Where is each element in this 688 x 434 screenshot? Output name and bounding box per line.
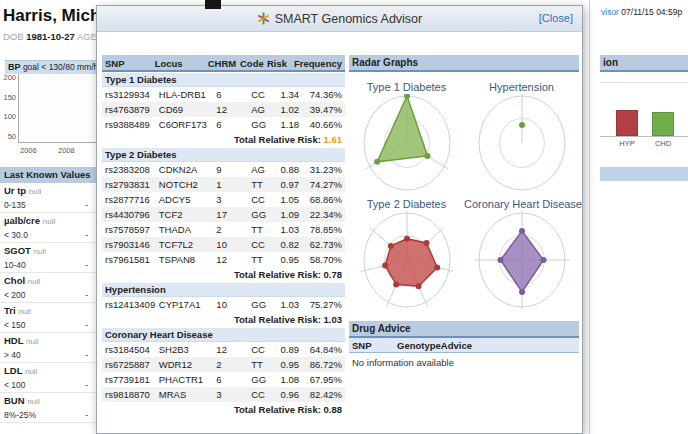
lkv-item: Tri null< 150- bbox=[0, 303, 96, 333]
lkv-name: SGOT bbox=[4, 245, 31, 256]
cell-snp: rs7903146 bbox=[102, 237, 159, 252]
gridline bbox=[600, 82, 688, 83]
age-label: AGE bbox=[77, 31, 97, 42]
cell-chrm: 6 bbox=[216, 372, 251, 387]
cell-snp: rs3129934 bbox=[102, 87, 159, 102]
cell-snp: rs7739181 bbox=[102, 372, 159, 387]
radar-graphs-header: Radar Graphs bbox=[349, 55, 579, 72]
cell-chrm: 12 bbox=[216, 102, 251, 117]
cell-chrm: 2 bbox=[216, 357, 251, 372]
disease-section-header: Type 2 Diabetes bbox=[102, 148, 345, 162]
cell-snp: rs7961581 bbox=[102, 252, 159, 267]
cell-risk: 0.96 bbox=[281, 387, 310, 402]
cell-locus: C6ORF173 bbox=[159, 117, 217, 132]
cell-freq: 58.70% bbox=[310, 252, 345, 267]
col-code: Code bbox=[240, 55, 267, 70]
cell-locus: HLA-DRB1 bbox=[159, 87, 217, 102]
drug-advice-empty-text: No information available bbox=[349, 353, 579, 368]
cell-locus: THADA bbox=[159, 222, 217, 237]
cell-snp: rs6725887 bbox=[102, 357, 159, 372]
timestamp: 07/11/15 04:59p bbox=[621, 7, 682, 17]
lkv-name: HDL bbox=[4, 335, 23, 346]
lkv-value: null bbox=[34, 247, 46, 256]
advisor-link-tail[interactable]: visor bbox=[601, 7, 619, 17]
cell-code: TT bbox=[251, 222, 280, 237]
cell-locus: TCF7L2 bbox=[159, 237, 217, 252]
lkv-range-row: 10-40- bbox=[0, 258, 96, 272]
cell-freq: 74.36% bbox=[310, 87, 345, 102]
cell-snp: rs9388489 bbox=[102, 117, 159, 132]
cell-snp: rs2383208 bbox=[102, 162, 159, 177]
lkv-range-row: < 200- bbox=[0, 288, 96, 302]
lkv-item: BUN null8%-25%- bbox=[0, 393, 96, 423]
bp-label: BP bbox=[8, 62, 21, 72]
total-value: 1.03 bbox=[324, 314, 343, 325]
lkv-dash: - bbox=[85, 408, 88, 422]
total-label: Total Relative Risk: bbox=[234, 404, 324, 415]
bp-y-tick: 50 bbox=[1, 132, 16, 141]
col-locus: Locus bbox=[155, 55, 208, 70]
radar-plot bbox=[355, 94, 459, 192]
cell-freq: 62.73% bbox=[310, 237, 345, 252]
radar-chart-3: Coronary Heart Disease bbox=[464, 192, 579, 309]
total-label: Total Relative Risk: bbox=[234, 269, 324, 280]
lkv-name-row: HDL null bbox=[0, 333, 96, 348]
lkv-item: Ur tp null0-135- bbox=[0, 183, 96, 213]
bp-goal-text: goal < 130/80 mm/hg bbox=[21, 62, 103, 72]
radar-title: Hypertension bbox=[464, 81, 579, 93]
lkv-item: µalb/cre null< 30.0- bbox=[0, 213, 96, 243]
cell-snp: rs2793831 bbox=[102, 177, 159, 192]
risk-bar-label: CHD bbox=[652, 139, 674, 148]
radar-plot bbox=[470, 211, 574, 309]
cell-risk: 1.08 bbox=[281, 372, 310, 387]
drug-advice-header: Drug Advice bbox=[349, 321, 579, 338]
snp-table-body: Type 1 Diabetesrs3129934HLA-DRB16CC1.347… bbox=[102, 73, 345, 417]
lkv-item: SGOT null10-40- bbox=[0, 243, 96, 273]
close-button[interactable]: [Close] bbox=[539, 12, 573, 24]
snp-row: rs3129934HLA-DRB16CC1.3474.36% bbox=[102, 87, 345, 102]
cell-freq: 31.23% bbox=[310, 162, 345, 177]
cell-freq: 78.85% bbox=[310, 222, 345, 237]
cell-chrm: 3 bbox=[216, 387, 251, 402]
col-snp: SNP bbox=[102, 55, 155, 70]
cell-snp: rs12413409 bbox=[102, 297, 159, 312]
lkv-range: < 150 bbox=[4, 318, 26, 332]
radar-title: Coronary Heart Disease bbox=[464, 198, 579, 210]
cell-snp: rs2877716 bbox=[102, 192, 159, 207]
col-chrm: CHRM bbox=[208, 55, 240, 70]
lkv-range: 10-40 bbox=[4, 258, 26, 272]
lkv-name: Ur tp bbox=[4, 185, 26, 196]
cell-risk: 1.05 bbox=[281, 192, 310, 207]
drug-advice-table-header: SNP GenotypeAdvice bbox=[349, 338, 579, 353]
dob-value: 1981-10-27 bbox=[26, 31, 75, 42]
lkv-dash: - bbox=[85, 228, 88, 242]
lkv-range-row: < 100- bbox=[0, 378, 96, 392]
cell-risk: 0.95 bbox=[281, 252, 310, 267]
radar-chart-1: Hypertension bbox=[464, 75, 579, 192]
cell-snp: rs3184504 bbox=[102, 342, 159, 357]
bp-y-tick: 150 bbox=[1, 93, 16, 102]
cell-risk: 0.97 bbox=[281, 177, 310, 192]
cell-code: CC bbox=[251, 87, 280, 102]
cell-code: AG bbox=[251, 102, 280, 117]
cell-chrm: 6 bbox=[216, 117, 251, 132]
total-value: 1.61 bbox=[324, 134, 343, 145]
cell-code: TT bbox=[251, 252, 280, 267]
cell-locus: WDR12 bbox=[159, 357, 217, 372]
risk-bar bbox=[616, 110, 638, 136]
snp-risk-table: SNP Locus CHRM Code Risk Frequency Type … bbox=[102, 55, 345, 417]
cell-locus: NOTCH2 bbox=[159, 177, 217, 192]
lkv-value: null bbox=[25, 367, 37, 376]
bp-x-tick: 2008 bbox=[58, 146, 75, 155]
cell-chrm: 3 bbox=[216, 192, 251, 207]
cell-freq: 39.47% bbox=[310, 102, 345, 117]
snp-row: rs7961581TSPAN812TT0.9558.70% bbox=[102, 252, 345, 267]
lkv-range: > 40 bbox=[4, 348, 21, 362]
cell-risk: 1.09 bbox=[281, 207, 310, 222]
lkv-item: LDL null< 100- bbox=[0, 363, 96, 393]
lkv-name: Chol bbox=[4, 275, 25, 286]
radar-title: Type 1 Diabetes bbox=[349, 81, 464, 93]
cell-freq: 68.86% bbox=[310, 192, 345, 207]
cell-snp: rs7578597 bbox=[102, 222, 159, 237]
patient-meta: DOB 1981-10-27 AGE bbox=[3, 31, 97, 42]
